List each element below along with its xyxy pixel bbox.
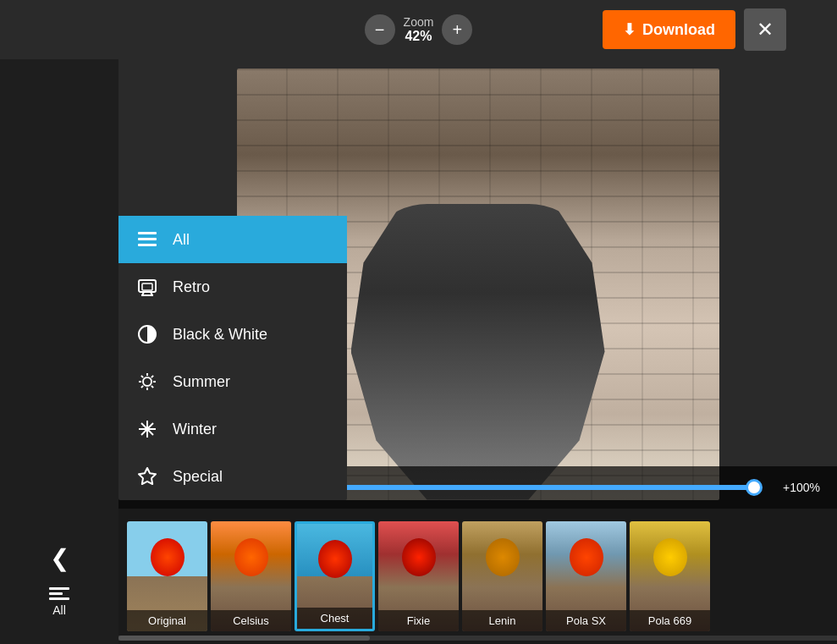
film-label-celsius: Celsius	[211, 610, 291, 631]
download-icon: ⬇	[623, 20, 636, 39]
balloon-lenin	[486, 538, 520, 576]
balloon-celsius	[234, 538, 268, 576]
filter-label-special: Special	[173, 468, 223, 486]
star-icon	[135, 465, 159, 488]
dog-silhouette	[351, 204, 605, 500]
intensity-slider-track[interactable]	[279, 485, 761, 490]
svg-rect-4	[142, 283, 152, 290]
film-label-chest: Chest	[297, 608, 372, 629]
bottom-left-nav: ❮ All	[0, 509, 118, 644]
svg-point-9	[143, 377, 151, 386]
film-label-fixie: Fixie	[378, 610, 459, 631]
filter-menu: All Retro Black & White	[118, 216, 347, 500]
filter-item-special[interactable]: Special	[118, 453, 347, 500]
filter-label-summer: Summer	[173, 373, 230, 391]
intensity-fill	[279, 485, 761, 490]
film-item-chest[interactable]: Chest	[295, 521, 375, 631]
close-button[interactable]: ✕	[744, 8, 786, 51]
filter-item-bw[interactable]: Black & White	[118, 311, 347, 358]
snowflake-icon	[135, 417, 159, 441]
balloon-pola669	[653, 538, 687, 576]
film-label-lenin: Lenin	[462, 610, 542, 631]
film-label-pola669: Pola 669	[630, 610, 710, 631]
svg-rect-0	[138, 232, 157, 234]
download-label: Download	[642, 21, 715, 39]
svg-rect-2	[138, 244, 157, 246]
filter-label-bw: Black & White	[173, 326, 267, 344]
film-label-polaSX: Pola SX	[546, 610, 626, 631]
film-label-original: Original	[127, 610, 207, 631]
svg-rect-1	[138, 238, 157, 240]
intensity-thumb[interactable]	[746, 479, 763, 496]
film-item-polaSX[interactable]: Pola SX	[546, 521, 626, 631]
filter-label-retro: Retro	[173, 278, 210, 296]
line-1	[49, 587, 69, 590]
scroll-thumb	[118, 636, 370, 641]
film-item-celsius[interactable]: Celsius	[211, 521, 291, 631]
zoom-out-button[interactable]: −	[365, 14, 395, 45]
all-nav-label: All	[52, 603, 66, 617]
download-button[interactable]: ⬇ Download	[603, 10, 735, 49]
scroll-indicator	[118, 636, 837, 641]
svg-line-14	[141, 376, 143, 377]
balloon-fixie	[402, 538, 436, 576]
svg-marker-23	[139, 468, 156, 484]
retro-icon	[135, 275, 159, 299]
zoom-text: Zoom	[404, 15, 434, 29]
line-3	[49, 597, 69, 600]
svg-point-22	[146, 427, 150, 432]
zoom-value: 42%	[404, 29, 434, 44]
balloon-polaSX	[570, 538, 603, 576]
intensity-value: +100%	[769, 481, 820, 494]
balloon-chest	[318, 540, 352, 578]
zoom-controls: − Zoom 42% +	[365, 14, 473, 45]
svg-line-17	[141, 386, 143, 388]
top-bar: − Zoom 42% + ⬇ Download ✕	[0, 0, 837, 59]
balloon-original	[151, 538, 184, 576]
filter-label-winter: Winter	[173, 421, 217, 438]
svg-line-15	[151, 386, 153, 388]
zoom-label: Zoom 42%	[404, 15, 434, 44]
filter-item-winter[interactable]: Winter	[118, 405, 347, 453]
line-2	[49, 592, 63, 595]
filter-label-all: All	[173, 231, 190, 249]
film-item-fixie[interactable]: Fixie	[378, 521, 459, 631]
film-item-pola669[interactable]: Pola 669	[630, 521, 710, 631]
film-item-original[interactable]: Original	[127, 521, 207, 631]
all-nav-item[interactable]: All	[49, 587, 69, 617]
filmstrip[interactable]: OriginalCelsiusChestFixieLeninPola SXPol…	[118, 509, 837, 644]
sun-icon	[135, 370, 159, 394]
list-lines-icon	[49, 587, 69, 600]
zoom-in-button[interactable]: +	[442, 14, 472, 45]
back-button[interactable]: ❮	[41, 536, 78, 581]
film-item-lenin[interactable]: Lenin	[462, 521, 542, 631]
filter-item-all[interactable]: All	[118, 216, 347, 263]
filter-item-retro[interactable]: Retro	[118, 263, 347, 311]
list-icon	[135, 228, 159, 251]
half-circle-icon	[135, 322, 159, 346]
svg-line-16	[151, 376, 153, 377]
filter-item-summer[interactable]: Summer	[118, 358, 347, 405]
